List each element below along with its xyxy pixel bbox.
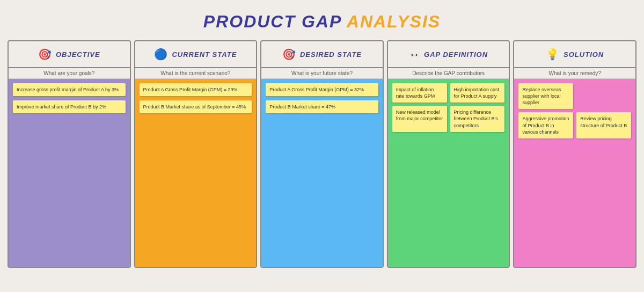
list-item: Product B Market share = 47% [266, 100, 378, 113]
column-desired: 🎯 DESIRED STATE What is your future stat… [260, 40, 384, 268]
list-item: Review pricing structure of Product B [576, 112, 631, 138]
list-item: Impact of inflation rate towards GPM [392, 83, 447, 103]
solution-icon: 💡 [546, 48, 559, 61]
gap-icon: ↔ [409, 48, 420, 61]
columns-container: 🎯 OBJECTIVE What are your goals? Increas… [5, 40, 639, 268]
list-item: Replace overseas supplier with local sup… [518, 83, 573, 109]
list-item: Product B Market share as of September =… [140, 100, 252, 113]
column-current: 🔵 CURRENT STATE What is the current scen… [134, 40, 258, 268]
list-item: Product A Gross Profit Margin (GPM) = 32… [266, 83, 378, 96]
solution-grid: Replace overseas supplier with local sup… [518, 83, 631, 138]
current-subtitle: What is the current scenario? [135, 68, 257, 79]
list-item [576, 83, 631, 109]
objective-subtitle: What are your goals? [9, 68, 130, 79]
column-header-current: 🔵 CURRENT STATE [135, 41, 257, 68]
gap-body: Impact of inflation rate towards GPM Hig… [388, 79, 509, 267]
current-body: Product A Gross Profit Margin (GPM) = 29… [135, 79, 257, 267]
solution-subtitle: What is your remedy? [514, 68, 635, 79]
desired-body: Product A Gross Profit Margin (GPM) = 32… [261, 79, 383, 267]
list-item: Increase gross profit margin of Product … [13, 83, 126, 96]
objective-icon: 🎯 [38, 48, 52, 61]
column-solution: 💡 SOLUTION What is your remedy? Replace … [513, 40, 636, 268]
column-gap: ↔ GAP DEFINITION Describe the GAP contri… [387, 40, 510, 268]
list-item: Product A Gross Profit Margin (GPM) = 29… [140, 83, 252, 96]
list-item: High importation cost for Product A supp… [450, 83, 505, 103]
page-title: PRODUCT GAP ANALYSIS [5, 5, 639, 40]
list-item: New released model from major competitor [392, 106, 447, 132]
current-icon: 🔵 [154, 48, 167, 61]
gap-grid: Impact of inflation rate towards GPM Hig… [392, 83, 505, 132]
column-objective: 🎯 OBJECTIVE What are your goals? Increas… [8, 40, 131, 268]
gap-subtitle: Describe the GAP contributors [388, 68, 509, 79]
desired-icon: 🎯 [282, 48, 296, 61]
column-header-solution: 💡 SOLUTION [514, 41, 635, 68]
objective-body: Increase gross profit margin of Product … [9, 79, 130, 267]
list-item: Aggressive promotion of Product B in var… [518, 112, 573, 138]
gap-label: GAP DEFINITION [424, 50, 488, 59]
objective-label: OBJECTIVE [56, 50, 100, 59]
list-item: Improve market share of Product B by 2% [13, 100, 126, 113]
desired-subtitle: What is your future state? [261, 68, 383, 79]
solution-label: SOLUTION [564, 50, 604, 59]
column-header-gap: ↔ GAP DEFINITION [388, 41, 509, 68]
current-label: CURRENT STATE [172, 50, 237, 59]
list-item: Pricing difference between Product B's c… [450, 106, 505, 132]
column-header-desired: 🎯 DESIRED STATE [261, 41, 383, 68]
solution-body: Replace overseas supplier with local sup… [514, 79, 635, 267]
desired-label: DESIRED STATE [300, 50, 362, 59]
column-header-objective: 🎯 OBJECTIVE [9, 41, 130, 68]
